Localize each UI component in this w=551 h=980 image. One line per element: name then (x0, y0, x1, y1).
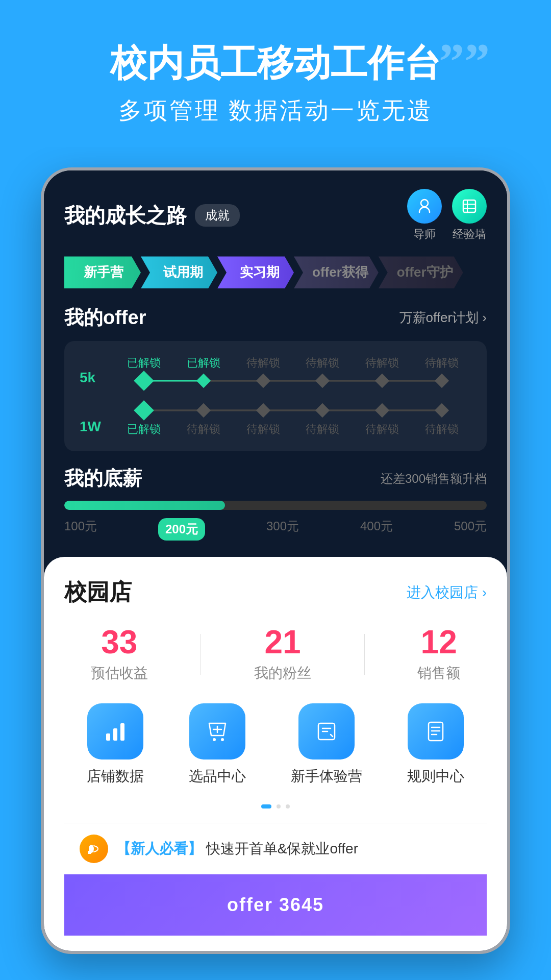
node-5k-3-label: 待解锁 (233, 355, 293, 371)
salary-200: 200元 (158, 518, 205, 541)
svg-rect-3 (113, 728, 117, 741)
notice-main: 快速开首单&保就业offer (206, 841, 358, 856)
newbie-icon (298, 703, 355, 760)
wall-button[interactable]: 经验墙 (452, 189, 487, 242)
achievement-badge: 成就 (195, 204, 240, 227)
diamond-5k-1 (134, 371, 155, 391)
tutor-button[interactable]: 导师 (407, 189, 442, 242)
salary-section: 我的底薪 还差300销售额升档 100元 200元 300元 400元 500元 (64, 465, 487, 541)
offer-header: 我的offer 万薪offer计划 › (64, 305, 487, 331)
salary-bar-bg (64, 501, 487, 510)
svg-point-6 (221, 738, 224, 741)
stat-fans-number: 21 (264, 626, 300, 658)
bottom-card: offer 3645 (64, 874, 487, 936)
stat-sales: 12 销售额 (417, 626, 460, 683)
stat-fans: 21 我的粉丝 (254, 626, 311, 683)
notice-text: 【新人必看】 快速开首单&保就业offer (116, 839, 358, 859)
wall-label: 经验墙 (453, 227, 486, 242)
salary-title: 我的底薪 (64, 465, 142, 492)
dot-5k-6 (412, 376, 471, 386)
campus-header: 校园店 进入校园店 › (64, 577, 487, 607)
notice-highlight: 【新人必看】 (116, 841, 202, 856)
notice-icon (80, 835, 108, 863)
diamond-5k-2 (196, 374, 211, 388)
growth-header: 我的成长之路 成就 导师 (64, 189, 487, 242)
dot-5k-4 (293, 376, 353, 386)
dots-1w (114, 403, 471, 418)
offer-section: 我的offer 万薪offer计划 › 5k 已解锁 已解锁 待解锁 (64, 305, 487, 451)
feature-product[interactable]: 选品中心 (189, 703, 246, 786)
nodes-5k: 已解锁 已解锁 待解锁 待解锁 待解锁 待解锁 (114, 355, 471, 388)
stat-sales-number: 12 (421, 626, 457, 658)
node-1w-6-label: 待解锁 (412, 422, 471, 437)
node-5k-4-label: 待解锁 (293, 355, 353, 371)
hero-subtitle: 多项管理 数据活动一览无遗 (31, 95, 520, 127)
feature-newbie[interactable]: 新手体验营 (291, 703, 362, 786)
track-5k-row: 5k 已解锁 已解锁 待解锁 待解锁 待解锁 待解锁 (80, 355, 471, 388)
node-5k-5-label: 待解锁 (353, 355, 412, 371)
stat-earnings: 33 预估收益 (91, 626, 148, 683)
offer-number: offer 3645 (227, 894, 324, 916)
feature-store-data[interactable]: 店铺数据 (87, 703, 144, 786)
diamond-1w-5 (375, 403, 389, 418)
svg-rect-4 (120, 723, 124, 741)
dot-active (261, 804, 271, 808)
svg-rect-2 (106, 733, 110, 741)
product-icon (189, 703, 245, 760)
growth-title-row: 我的成长之路 成就 (64, 202, 240, 230)
node-5k-6-label: 待解锁 (412, 355, 471, 371)
campus-title: 校园店 (64, 577, 132, 607)
feature-newbie-label: 新手体验营 (291, 767, 362, 786)
notice-bar[interactable]: 【新人必看】 快速开首单&保就业offer (64, 823, 487, 874)
svg-point-5 (213, 738, 216, 741)
rules-icon (408, 703, 464, 760)
growth-title: 我的成长之路 (64, 202, 187, 230)
svg-rect-1 (463, 200, 475, 212)
step-xinshout[interactable]: 新手营 (64, 256, 141, 288)
dot-5k-5 (353, 376, 412, 386)
tutor-label: 导师 (413, 227, 436, 242)
dot-1w-4 (293, 405, 353, 415)
stat-sales-label: 销售额 (417, 664, 460, 683)
salary-bar-fill (64, 501, 225, 510)
feature-rules-label: 规则中心 (407, 767, 464, 786)
feature-product-label: 选品中心 (189, 767, 246, 786)
campus-link[interactable]: 进入校园店 › (407, 583, 487, 602)
step-offer1[interactable]: offer获得 (294, 256, 379, 288)
node-1w-1-label: 已解锁 (114, 422, 174, 437)
hero-title: 校内员工移动工作台 (31, 41, 520, 85)
stat-divider-1 (201, 634, 201, 675)
stat-earnings-label: 预估收益 (91, 664, 148, 683)
step-offer2[interactable]: offer守护 (379, 256, 463, 288)
phone-frame: 我的成长之路 成就 导师 (41, 167, 510, 954)
svg-rect-10 (88, 851, 91, 854)
track-1w-label: 1W (80, 419, 110, 437)
dots-5k (114, 374, 471, 388)
node-1w-4-label: 待解锁 (293, 422, 353, 437)
phone-inner: 我的成长之路 成就 导师 (44, 170, 507, 951)
diamond-1w-4 (315, 403, 330, 418)
salary-hint: 还差300销售额升档 (381, 471, 487, 487)
node-5k-1-label: 已解锁 (114, 355, 174, 371)
node-1w-2-label: 待解锁 (174, 422, 234, 437)
offer-card: 5k 已解锁 已解锁 待解锁 待解锁 待解锁 待解锁 (64, 341, 487, 451)
step-shiyong[interactable]: 试用期 (141, 256, 217, 288)
svg-point-0 (421, 200, 428, 207)
dot-1w-1 (114, 403, 174, 418)
offer-plan-link[interactable]: 万薪offer计划 › (399, 309, 487, 327)
dot-5k-2 (174, 376, 234, 386)
features-row: 店铺数据 选品中心 (64, 703, 487, 786)
step-shixi[interactable]: 实习期 (217, 256, 294, 288)
diamond-5k-5 (375, 374, 389, 388)
dot-1w-2 (174, 405, 234, 415)
feature-rules[interactable]: 规则中心 (407, 703, 464, 786)
track-1w-row: 1W (80, 403, 471, 437)
store-data-icon (87, 703, 143, 760)
dot-2 (286, 804, 290, 808)
dot-5k-1 (114, 374, 174, 388)
hero-section: 校内员工移动工作台 多项管理 数据活动一览无遗 (0, 0, 551, 147)
phone-wrapper: 我的成长之路 成就 导师 (0, 167, 551, 954)
node-1w-5-label: 待解锁 (353, 422, 412, 437)
diamond-5k-6 (435, 374, 449, 388)
dot-1w-3 (233, 405, 293, 415)
